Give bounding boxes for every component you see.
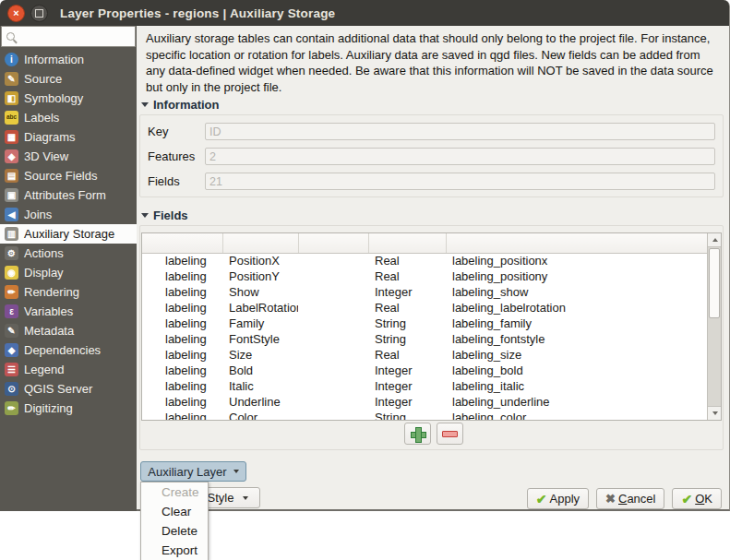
sidebar-item-label: Symbology [24, 91, 83, 105]
menu-item-create[interactable]: Create [141, 483, 208, 502]
column-header[interactable] [298, 233, 368, 253]
sidebar-item-label: Source Fields [24, 169, 97, 183]
sidebar-item-digitizing[interactable]: ✏ Digitizing [0, 399, 137, 418]
sidebar-item-label: Digitizing [24, 401, 73, 415]
diagrams-icon: ▦ [5, 130, 18, 144]
add-field-button[interactable] [404, 423, 431, 445]
titlebar: × Layer Properties - regions | Auxiliary… [0, 0, 729, 26]
field-edit-buttons [137, 423, 730, 446]
scroll-down-button[interactable] [708, 406, 722, 420]
sidebar-item-variables[interactable]: ε Variables [0, 302, 137, 321]
layer-properties-window: × Layer Properties - regions | Auxiliary… [0, 0, 730, 511]
information-section-header[interactable]: Information [141, 98, 220, 112]
fields-table: labeling PositionX Real labeling_positio… [141, 232, 722, 421]
sidebar-item-legend[interactable]: ☰ Legend [0, 360, 137, 379]
sidebar-item-dependencies[interactable]: ◆ Dependencies [0, 340, 137, 360]
sidebar-item-label: Attributes Form [24, 188, 106, 202]
sidebar-item-label: QGIS Server [24, 382, 92, 396]
button-label: Cancel [618, 492, 655, 506]
info-field-row: Fields [148, 173, 715, 190]
sidebar: i Information ✎ Source ◧ Symbology [0, 26, 137, 511]
search-input[interactable] [18, 30, 120, 43]
rendering-icon: ✏ [5, 285, 18, 299]
chevron-down-icon [243, 496, 248, 500]
maximize-button[interactable] [30, 5, 48, 22]
column-header[interactable] [446, 233, 707, 253]
sidebar-item-attributes-form[interactable]: ▣ Attributes Form [0, 185, 137, 205]
sidebar-item-information[interactable]: i Information [0, 50, 137, 69]
sidebar-item-symbology[interactable]: ◧ Symbology [0, 89, 137, 108]
sidebar-item-label: Actions [24, 246, 64, 260]
sidebar-item-3d-view[interactable]: ◈ 3D View [0, 147, 137, 166]
sidebar-item-display[interactable]: ◉ Display [0, 263, 137, 282]
table-row[interactable]: labeling Bold Integer labeling_bold [142, 363, 707, 378]
sidebar-item-diagrams[interactable]: ▦ Diagrams [0, 127, 137, 147]
close-button[interactable]: × [7, 5, 25, 22]
sidebar-item-source-fields[interactable]: ▤ Source Fields [0, 166, 137, 185]
info-field-input[interactable] [205, 123, 715, 140]
dependencies-icon: ◆ [5, 343, 18, 357]
column-header[interactable] [368, 233, 446, 253]
source-icon: ✎ [5, 72, 18, 86]
info-field-input[interactable] [205, 148, 715, 165]
remove-field-button[interactable] [437, 423, 463, 445]
column-header[interactable] [142, 233, 222, 253]
close-icon: × [13, 8, 18, 18]
sidebar-item-auxiliary-storage[interactable]: ▥ Auxiliary Storage [0, 224, 137, 244]
sidebar-search [1, 26, 136, 47]
variables-icon: ε [5, 304, 18, 318]
table-row[interactable]: labeling Show Integer labeling_show [142, 284, 707, 300]
table-row[interactable]: labeling Underline Integer labeling_unde… [142, 394, 707, 410]
info-field-label: Features [148, 149, 205, 163]
sidebar-item-metadata[interactable]: ✎ Metadata [0, 321, 137, 340]
sidebar-item-label: Auxiliary Storage [24, 227, 114, 241]
table-row[interactable]: labeling LabelRotation Real labeling_lab… [142, 300, 707, 316]
column-header[interactable] [222, 233, 298, 253]
fields-section-header[interactable]: Fields [141, 209, 188, 222]
table-row[interactable]: labeling Italic Integer labeling_italic [142, 378, 707, 394]
sidebar-item-label: 3D View [24, 149, 68, 163]
table-row[interactable]: labeling Size Real labeling_size [142, 347, 707, 363]
ok-button[interactable]: OK [672, 488, 722, 509]
table-row[interactable]: labeling PositionX Real labeling_positio… [142, 253, 707, 268]
info-field-input[interactable] [205, 173, 715, 190]
sidebar-item-labels[interactable]: abc Labels [0, 108, 137, 127]
scrollbar-thumb[interactable] [709, 248, 720, 318]
auxiliary-storage-description: Auxiliary storage tables can contain add… [146, 30, 722, 95]
chevron-down-icon [233, 470, 239, 473]
menu-item-clear[interactable]: Clear [141, 502, 208, 521]
arrow-up-icon [712, 238, 718, 242]
info-field-label: Key [148, 125, 205, 138]
source-fields-icon: ▤ [5, 169, 18, 183]
menu-item-export[interactable]: Export [141, 541, 208, 560]
sidebar-item-label: Rendering [24, 285, 79, 299]
cancel-button[interactable]: Cancel [596, 488, 664, 509]
sidebar-item-rendering[interactable]: ✏ Rendering [0, 282, 137, 302]
info-field-row: Features [148, 148, 715, 165]
table-row[interactable]: labeling PositionY Real labeling_positio… [142, 268, 707, 284]
sidebar-item-label: Metadata [24, 324, 74, 338]
collapse-triangle-icon [141, 213, 149, 218]
cross-icon [605, 492, 616, 506]
table-row[interactable]: labeling FontStyle String labeling_fonts… [142, 331, 707, 347]
window-title: Layer Properties - regions | Auxiliary S… [60, 6, 335, 20]
dialog-buttons: Apply Cancel OK [527, 488, 722, 509]
screen: × Layer Properties - regions | Auxiliary… [0, 0, 730, 560]
sidebar-item-label: Display [24, 266, 64, 280]
table-row[interactable]: labeling Color String labeling_color [142, 410, 707, 421]
main-panel: Auxiliary storage tables can contain add… [137, 26, 730, 511]
menu-item-delete[interactable]: Delete [141, 521, 208, 541]
sidebar-item-source[interactable]: ✎ Source [0, 69, 137, 89]
sidebar-item-qgis-server[interactable]: ⊙ QGIS Server [0, 379, 137, 399]
sidebar-item-label: Legend [24, 363, 64, 376]
sidebar-item-joins[interactable]: ◀ Joins [0, 205, 137, 224]
vertical-scrollbar[interactable] [707, 233, 721, 420]
sidebar-list: i Information ✎ Source ◧ Symbology [0, 50, 137, 418]
joins-icon: ◀ [5, 208, 18, 221]
sidebar-item-label: Source [24, 72, 62, 86]
sidebar-item-actions[interactable]: ⚙ Actions [0, 244, 137, 263]
apply-button[interactable]: Apply [527, 488, 589, 509]
scroll-up-button[interactable] [708, 233, 722, 247]
auxiliary-layer-button[interactable]: Auxiliary Layer [140, 461, 246, 482]
table-row[interactable]: labeling Family String labeling_family [142, 316, 707, 331]
